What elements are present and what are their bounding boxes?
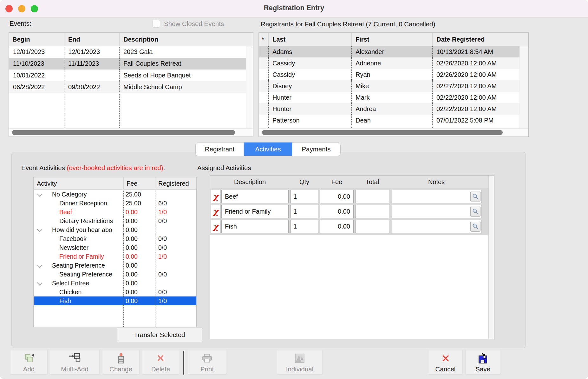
- table-row[interactable]: 12/01/2023 12/01/2023 2023 Gala: [9, 46, 253, 58]
- event-begin: 06/28/2022: [9, 81, 64, 93]
- activity-fee-cell: 0.00: [124, 288, 155, 296]
- assigned-notes-cell[interactable]: [392, 190, 481, 203]
- assigned-fee[interactable]: 0.00: [320, 220, 354, 233]
- chevron-down-icon[interactable]: [37, 227, 42, 232]
- activity-fee-cell: 0.00: [124, 261, 155, 270]
- table-row[interactable]: Disney Mike 02/27/2020 12:00 AM: [259, 80, 528, 92]
- registrant-first: Ryan: [352, 69, 433, 80]
- remove-assigned-cell[interactable]: χ: [211, 205, 220, 218]
- events-vertical-scrollbar[interactable]: [246, 46, 253, 128]
- table-row[interactable]: Patterson Dean 07/01/2022 5:08 PM: [259, 115, 528, 126]
- table-row[interactable]: Hunter Mark 02/22/2020 12:00 AM: [259, 92, 528, 103]
- activity-row[interactable]: Facebook 0.00 0/0: [34, 234, 196, 243]
- registrants-table: * Last First Date Registered Adams Alexa…: [258, 32, 529, 137]
- assigned-description: Fish: [221, 220, 289, 233]
- transfer-selected-button[interactable]: Transfer Selected: [117, 328, 202, 342]
- activity-registered-cell: 1/0: [155, 252, 196, 261]
- activity-row[interactable]: No Category 25.00: [34, 190, 196, 199]
- activity-fee-cell: 0.00: [124, 279, 155, 288]
- multi-add-button[interactable]: Multi-Add: [50, 350, 100, 375]
- registrants-horizontal-scrollbar[interactable]: [259, 128, 528, 136]
- assigned-activity-row[interactable]: χ Friend or Family 1 0.00: [210, 205, 494, 218]
- assigned-notes-cell[interactable]: [392, 205, 481, 218]
- print-icon: [201, 353, 213, 364]
- tab-payments[interactable]: Payments: [292, 143, 340, 156]
- activity-row[interactable]: Seating Preference 0.00: [34, 261, 196, 270]
- registrant-last: Cassidy: [269, 69, 352, 80]
- registrant-first: Mark: [352, 92, 433, 103]
- change-button[interactable]: Change: [102, 350, 140, 375]
- table-row[interactable]: Cassidy Ryan 02/26/2020 12:00 AM: [259, 69, 528, 80]
- remove-activity-icon[interactable]: χ: [213, 192, 218, 201]
- event-description: Middle School Camp: [120, 81, 253, 93]
- registrants-vertical-scrollbar[interactable]: [519, 46, 528, 128]
- show-closed-events-checkbox[interactable]: [152, 20, 160, 28]
- activity-name-cell: Newsletter: [34, 243, 124, 252]
- print-button[interactable]: Print: [188, 350, 226, 375]
- table-row[interactable]: 06/28/2022 09/30/2022 Middle School Camp: [9, 81, 253, 93]
- table-row[interactable]: 10/01/2022 Seeds of Hope Banquet: [9, 70, 253, 81]
- registrants-empty-area: [259, 126, 528, 128]
- remove-activity-icon[interactable]: χ: [213, 222, 218, 230]
- event-description: 2023 Gala: [120, 46, 253, 58]
- notes-magnifier-button[interactable]: [470, 206, 480, 217]
- assigned-activity-row[interactable]: χ Beef 1 0.00: [210, 190, 494, 203]
- activity-row[interactable]: Fish 0.00 1/0: [34, 296, 196, 305]
- save-button[interactable]: Save: [465, 350, 500, 375]
- tab-activities[interactable]: Activities: [244, 143, 292, 156]
- column-header-begin: Begin: [9, 33, 64, 46]
- assigned-vertical-scrollbar[interactable]: [488, 176, 494, 339]
- save-icon: [478, 353, 488, 364]
- events-horizontal-scrollbar[interactable]: [9, 128, 253, 136]
- registrant-first: Andrea: [352, 103, 433, 115]
- notes-magnifier-button[interactable]: [470, 221, 480, 232]
- activity-row[interactable]: Select Entree 0.00: [34, 279, 196, 288]
- activity-row[interactable]: Dietary Restrictions 0.00 0/0: [34, 216, 196, 225]
- assigned-qty[interactable]: 1: [291, 205, 318, 218]
- activity-row[interactable]: Newsletter 0.00 0/0: [34, 243, 196, 252]
- assigned-total: [356, 190, 389, 203]
- show-closed-events-control[interactable]: Show Closed Events: [152, 20, 224, 28]
- assigned-activity-row[interactable]: χ Fish 1 0.00: [210, 220, 494, 233]
- registrant-flag: [259, 92, 269, 103]
- chevron-down-icon[interactable]: [37, 280, 42, 286]
- assigned-grid: Description Qty Fee Total Notes χ Beef 1…: [210, 176, 494, 235]
- registrant-first: Dean: [352, 115, 433, 126]
- add-icon: [23, 353, 34, 364]
- remove-assigned-cell[interactable]: χ: [211, 220, 220, 233]
- table-row[interactable]: Adams Alexander 10/13/2021 8:54 AM: [259, 46, 528, 57]
- event-activities-label: Event Activities (over-booked activities…: [21, 164, 165, 172]
- remove-assigned-cell[interactable]: χ: [211, 190, 220, 203]
- activity-row[interactable]: Seating Preference 0.00 0/0: [34, 270, 196, 279]
- cancel-button[interactable]: Cancel: [428, 350, 463, 375]
- delete-icon: ✕: [157, 353, 165, 364]
- column-header-description: Description: [210, 178, 290, 186]
- assigned-qty[interactable]: 1: [291, 190, 318, 203]
- assigned-qty[interactable]: 1: [291, 220, 318, 233]
- tab-registrant[interactable]: Registrant: [196, 143, 244, 156]
- activity-row[interactable]: How did you hear abo 0.00: [34, 225, 196, 234]
- chevron-down-icon[interactable]: [37, 191, 42, 197]
- magnifier-icon: [472, 193, 479, 200]
- assigned-fee[interactable]: 0.00: [320, 205, 354, 218]
- activity-row[interactable]: Beef 0.00 1/0: [34, 208, 196, 216]
- assigned-fee[interactable]: 0.00: [320, 190, 354, 203]
- activity-row[interactable]: Dinner Reception 25.00 6/0: [34, 199, 196, 208]
- individual-button[interactable]: A Individual: [277, 350, 323, 375]
- assigned-notes-cell[interactable]: [392, 220, 481, 233]
- table-row[interactable]: Hunter Andrea 02/22/2020 12:00 AM: [259, 103, 528, 115]
- activity-name-cell: No Category: [34, 190, 124, 199]
- event-description: Seeds of Hope Banquet: [120, 70, 253, 81]
- table-row[interactable]: 11/10/2023 11/11/2023 Fall Couples Retre…: [9, 58, 253, 70]
- activity-registered-cell: [155, 261, 196, 270]
- table-row[interactable]: Cassidy Adrienne 02/26/2020 12:00 AM: [259, 57, 528, 69]
- activity-row[interactable]: Chicken 0.00 0/0: [34, 288, 196, 296]
- activity-row[interactable]: Friend or Family 0.00 1/0: [34, 252, 196, 261]
- chevron-down-icon[interactable]: [37, 263, 42, 268]
- remove-activity-icon[interactable]: χ: [213, 207, 218, 216]
- registrants-scrollbar-thumb[interactable]: [262, 130, 503, 135]
- events-scrollbar-thumb[interactable]: [12, 130, 235, 135]
- add-button[interactable]: Add: [10, 350, 48, 375]
- notes-magnifier-button[interactable]: [470, 191, 480, 202]
- delete-button[interactable]: ✕ Delete: [142, 350, 179, 375]
